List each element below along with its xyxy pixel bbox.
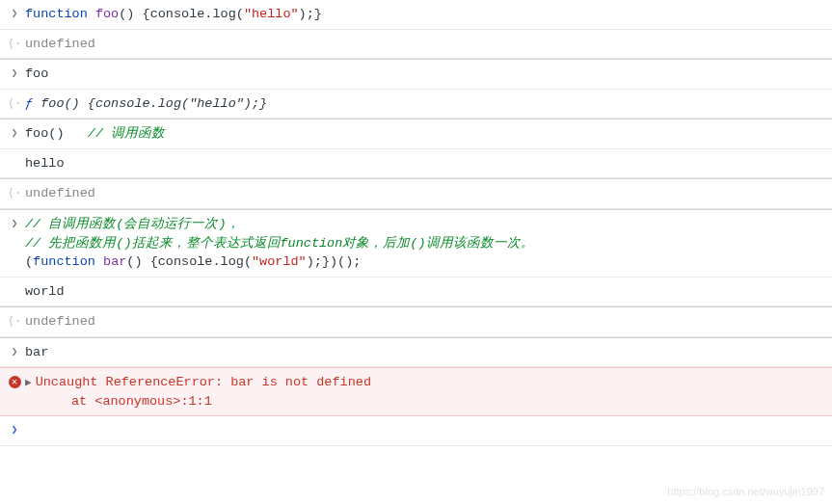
error-text: Uncaught ReferenceError: bar is not defi…	[36, 375, 371, 389]
console-error-message: ▶Uncaught ReferenceError: bar is not def…	[25, 373, 824, 411]
console-log-row: hello	[0, 149, 832, 179]
console-return-row: ⟨·undefined	[0, 306, 832, 337]
code-token: );}	[299, 7, 322, 21]
prompt-arrow-icon: ❯	[4, 124, 25, 142]
console-input-row: ❯function foo() {console.log("hello");}	[0, 0, 832, 30]
console-return-value: ƒ foo() {console.log("hello");}	[25, 94, 824, 114]
code-token: console	[150, 7, 205, 21]
console-input-row: ❯// 自调用函数(会自动运行一次)，// 先把函数用()括起来，整个表达式返回…	[0, 209, 832, 278]
code-token: (	[25, 254, 33, 269]
console-prompt-row: ❯	[0, 416, 832, 446]
code-token: // 自调用函数(会自动运行一次)，	[25, 217, 240, 231]
console-input-code: // 自调用函数(会自动运行一次)，// 先把函数用()括起来，整个表达式返回f…	[25, 215, 824, 272]
code-token: function	[25, 7, 88, 21]
console-input-code: bar	[25, 343, 824, 362]
return-arrow-icon: ⟨·	[4, 184, 25, 202]
expand-triangle-icon[interactable]: ▶	[25, 376, 32, 391]
code-token: foo() {console.log("hello");}	[40, 96, 267, 111]
console-prompt-input[interactable]	[25, 421, 824, 440]
console-log-value: hello	[25, 154, 824, 173]
console-return-value: undefined	[25, 35, 824, 54]
console-input-code: function foo() {console.log("hello");}	[25, 5, 824, 24]
return-arrow-icon: ⟨·	[4, 35, 25, 53]
error-icon: ✕	[4, 373, 25, 388]
code-token: foo()	[25, 126, 65, 141]
code-token: (	[244, 254, 252, 269]
code-token: log	[221, 254, 244, 269]
code-token: () {	[119, 7, 149, 21]
code-token: // 先把函数用()括起来，整个表达式返回	[25, 236, 281, 251]
console-return-row: ⟨·undefined	[0, 178, 832, 209]
console-input-code: foo	[25, 65, 824, 84]
console-input-row: ❯bar	[0, 337, 832, 368]
console-input-code: foo() // 调用函数	[25, 124, 824, 144]
return-arrow-icon: ⟨·	[4, 312, 25, 331]
console-input-row: ❯foo	[0, 59, 832, 90]
code-token: // 调用函数	[88, 126, 165, 141]
code-token: foo	[95, 7, 119, 21]
prompt-arrow-icon: ❯	[4, 215, 25, 232]
error-stack-line: at <anonymous>:1:1	[71, 394, 212, 409]
prompt-arrow-icon: ❯	[4, 65, 25, 82]
devtools-console[interactable]: ❯function foo() {console.log("hello");}⟨…	[0, 0, 832, 446]
return-arrow-icon: ⟨·	[4, 94, 25, 113]
console-log-value: world	[25, 282, 824, 302]
code-token: "world"	[252, 254, 307, 269]
code-token: );})();	[307, 254, 362, 269]
console-return-row: ⟨·undefined	[0, 30, 832, 60]
code-token: (	[236, 7, 244, 21]
prompt-arrow-icon: ❯	[4, 5, 25, 22]
console-return-value: undefined	[25, 312, 824, 332]
console-log-row: world	[0, 278, 832, 307]
code-token	[65, 126, 88, 141]
code-token: ƒ	[25, 96, 40, 111]
prompt-arrow-icon: ❯	[4, 421, 25, 438]
code-token: 对象，后加()调用该函数一次。	[342, 236, 533, 251]
code-token: .	[212, 254, 220, 269]
console-return-row: ⟨·ƒ foo() {console.log("hello");}	[0, 90, 832, 119]
code-token: function	[33, 254, 95, 269]
code-token: bar	[103, 254, 126, 269]
prompt-arrow-icon: ❯	[4, 343, 25, 360]
code-token: console	[158, 254, 213, 269]
blank-gutter	[4, 154, 25, 156]
code-token	[88, 7, 95, 21]
code-token: function	[281, 236, 343, 251]
console-error-row: ✕▶Uncaught ReferenceError: bar is not de…	[0, 367, 832, 416]
code-token: () {	[126, 254, 157, 269]
code-token: foo	[25, 66, 48, 81]
code-token	[95, 254, 103, 269]
console-return-value: undefined	[25, 184, 824, 203]
console-input-row: ❯foo() // 调用函数	[0, 119, 832, 149]
code-token: log	[212, 7, 235, 21]
code-token: bar	[25, 345, 48, 359]
code-token: "hello"	[244, 7, 299, 21]
blank-gutter	[4, 282, 25, 284]
